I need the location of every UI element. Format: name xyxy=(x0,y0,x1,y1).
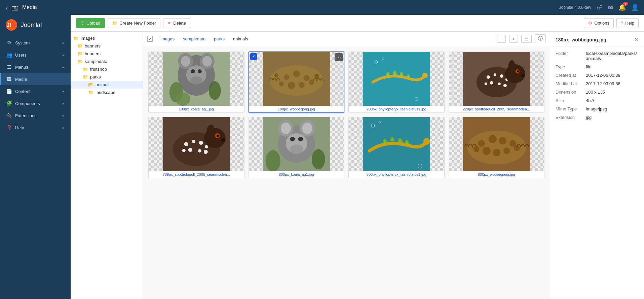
folder-value: local-0:/sampledata/parks/animals xyxy=(586,51,639,61)
svg-point-51 xyxy=(205,145,208,148)
grid-item-quoll-220[interactable]: 220px_spottedquoll_2005_seanmcclea... xyxy=(449,52,545,113)
grid-item-koala-180[interactable]: 180px_koala_ag1.jpg xyxy=(148,52,244,113)
info-row-extension: Extension jpg xyxy=(550,113,644,122)
options-icon: ⚙ xyxy=(588,21,592,26)
folder-label: Folder xyxy=(556,51,586,61)
sidebar-item-help[interactable]: ❓ Help ► xyxy=(0,122,71,134)
grid-item-label: 220px_spottedquoll_2005_seanmcclea... xyxy=(449,106,544,112)
mail-icon-button[interactable]: ✉ xyxy=(608,4,613,11)
tree-item-landscape[interactable]: 📁 landscape xyxy=(71,89,143,96)
users-icon: 👥 xyxy=(6,52,12,58)
info-panel-header: 180px_wobbegong.jpg ✕ xyxy=(550,32,644,46)
zoom-in-button[interactable]: + xyxy=(509,35,518,43)
grid-item-wobbegong-800[interactable]: 800px_wobbegong.jpg xyxy=(449,117,545,178)
sidebar-item-label: System xyxy=(15,40,30,45)
sidebar-item-components[interactable]: 🧩 Components ► xyxy=(0,97,71,109)
svg-point-72 xyxy=(311,149,325,169)
create-new-folder-button[interactable]: 📁 Create New Folder xyxy=(108,18,160,28)
folder-icon: 📁 xyxy=(112,21,117,26)
svg-point-21 xyxy=(288,82,295,89)
image-preview-koala-800 xyxy=(249,117,344,171)
tree-item-parks[interactable]: 📁 parks xyxy=(71,73,143,81)
help-button[interactable]: ? Help xyxy=(616,18,639,28)
dimension-value: 180 x 135 xyxy=(586,90,605,95)
folder-icon: 📁 xyxy=(73,36,79,41)
grid-item-wobbegong-180[interactable]: ✓ ⋯ xyxy=(249,52,345,113)
image-preview-koala-180 xyxy=(149,52,244,106)
image-preview-phyllo-800 xyxy=(349,117,444,171)
options-button[interactable]: ⚙ Options xyxy=(584,18,614,28)
breadcrumb-tab-parks[interactable]: parks xyxy=(210,35,229,43)
sidebar-logo: J! Joomla! xyxy=(0,15,71,35)
svg-point-80 xyxy=(478,140,485,147)
sidebar-item-menus[interactable]: ☰ Menus ► xyxy=(0,61,71,73)
svg-point-65 xyxy=(280,123,291,134)
sidebar-item-users[interactable]: 👥 Users ► xyxy=(0,49,71,61)
joomla-logo: J! xyxy=(5,19,17,31)
upload-button[interactable]: ⇧ Upload xyxy=(76,18,105,28)
media-grid: 180px_koala_ag1.jpg ✓ ⋯ xyxy=(148,52,544,178)
version-label: Joomla! 4.0.0-dev xyxy=(559,5,591,10)
svg-point-13 xyxy=(209,81,221,100)
tree-item-banners[interactable]: 📁 banners xyxy=(71,42,143,50)
list-view-button[interactable]: ☰ xyxy=(521,35,532,43)
tree-item-images[interactable]: 📁 images xyxy=(71,34,143,42)
svg-point-22 xyxy=(298,82,304,88)
svg-point-74 xyxy=(423,138,430,145)
item-checkbox[interactable]: ✓ xyxy=(250,53,257,60)
breadcrumb-tab-animals[interactable]: animals xyxy=(229,35,253,43)
media-toolbar: ⇧ Upload 📁 Create New Folder ✕ Delete ⚙ … xyxy=(71,15,644,32)
notifications-button[interactable]: 🔔 3 xyxy=(618,4,626,11)
svg-point-86 xyxy=(493,149,500,156)
tree-item-fruitshop[interactable]: 📁 fruitshop xyxy=(71,65,143,73)
sidebar-item-extensions[interactable]: 🔌 Extensions ► xyxy=(0,109,71,122)
grid-item-label: 800px_wobbegong.jpg xyxy=(449,171,544,178)
svg-point-14 xyxy=(176,92,190,106)
sidebar-item-content[interactable]: 📄 Content ► xyxy=(0,85,71,97)
svg-point-11 xyxy=(198,69,202,73)
svg-point-66 xyxy=(302,123,312,134)
sidebar-nav: ⚙ System ► 👥 Users ► ☰ Menus ► xyxy=(0,35,71,135)
grid-item-phyllo-200[interactable]: 200px_phyllopteryx_taeniolatus1.jpg xyxy=(348,52,445,113)
media-area: 📁 images 📁 banners 📁 headers 📁 sampledat… xyxy=(71,32,644,299)
sidebar-item-label: Help xyxy=(15,125,24,130)
svg-point-20 xyxy=(279,81,283,86)
info-button[interactable]: ⓘ xyxy=(535,34,546,43)
item-menu-button[interactable]: ⋯ xyxy=(335,53,343,61)
sidebar-item-media[interactable]: 🖼 Media xyxy=(0,73,71,85)
back-button[interactable]: ‹ xyxy=(5,4,7,11)
modified-label: Modified at xyxy=(556,81,586,86)
grid-item-label: 800px_koala_ag1.jpg xyxy=(249,171,344,178)
breadcrumb-tab-images[interactable]: images xyxy=(156,35,179,43)
user-icon-button[interactable]: 👤 xyxy=(631,4,639,11)
tree-item-sampledata[interactable]: 📁 sampledata xyxy=(71,58,143,65)
sidebar: J! Joomla! ⚙ System ► 👥 Users ► xyxy=(0,15,71,299)
info-row-dimension: Dimension 180 x 135 xyxy=(550,88,644,96)
content-area: ⇧ Upload 📁 Create New Folder ✕ Delete ⚙ … xyxy=(71,15,644,299)
grid-item-koala-800[interactable]: 800px_koala_ag1.jpg xyxy=(249,117,345,178)
delete-button[interactable]: ✕ Delete xyxy=(163,18,190,28)
svg-point-59 xyxy=(221,138,226,142)
grid-area: 180px_koala_ag1.jpg ✓ ⋯ xyxy=(143,46,550,299)
admin-icon-button[interactable]: ☍ xyxy=(597,4,603,11)
svg-point-53 xyxy=(198,149,201,153)
zoom-out-button[interactable]: − xyxy=(497,35,506,43)
sidebar-item-label: Extensions xyxy=(15,113,37,118)
menus-icon: ☰ xyxy=(6,64,12,70)
info-close-button[interactable]: ✕ xyxy=(634,36,639,43)
sidebar-item-system[interactable]: ⚙ System ► xyxy=(0,37,71,49)
grid-item-phyllo-800[interactable]: 800px_phyllopteryx_taeniolatus1.jpg xyxy=(348,117,445,178)
extensions-icon: 🔌 xyxy=(6,113,12,118)
info-row-folder: Folder local-0:/sampledata/parks/animals xyxy=(550,49,644,63)
tree-item-animals[interactable]: 📂 animals xyxy=(71,81,143,89)
breadcrumb-tab-sampledata[interactable]: sampledata xyxy=(179,35,210,43)
type-value: file xyxy=(586,64,592,69)
svg-point-87 xyxy=(503,147,510,154)
svg-point-35 xyxy=(500,74,503,78)
svg-point-38 xyxy=(498,82,500,85)
grid-item-quoll-789[interactable]: 789px_spottedquoll_2005_seanmcclea... xyxy=(148,117,244,178)
select-all-checkbox[interactable]: ✓ xyxy=(147,36,153,42)
chevron-right-icon: ► xyxy=(62,114,65,118)
help-icon: ❓ xyxy=(6,125,12,130)
tree-item-headers[interactable]: 📁 headers xyxy=(71,50,143,58)
